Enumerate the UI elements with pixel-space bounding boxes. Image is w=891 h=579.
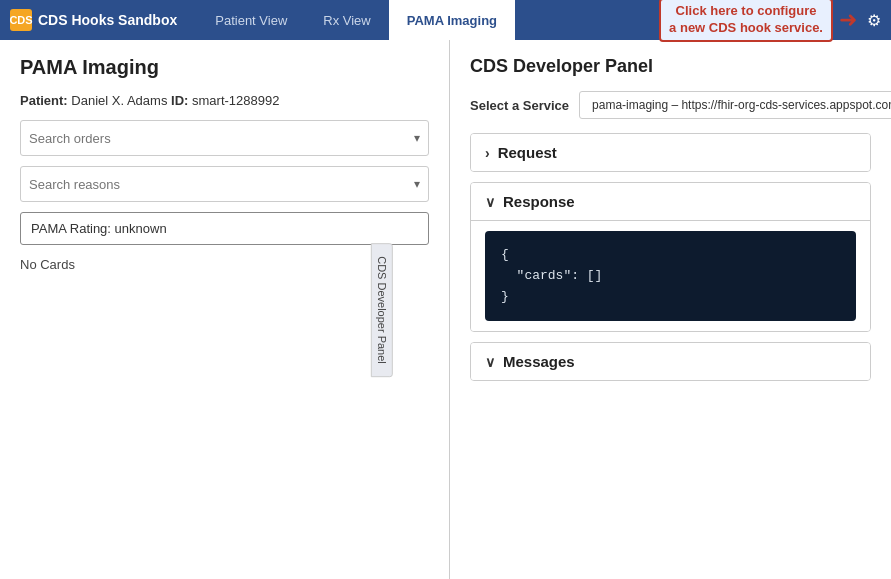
header-right: Click here to configure a new CDS hook s…	[659, 0, 881, 42]
brand-icon: CDS	[10, 9, 32, 31]
no-cards-label: No Cards	[20, 257, 429, 272]
search-reasons-box[interactable]: ▾	[20, 166, 429, 202]
tooltip-line2: a new CDS hook service.	[669, 20, 823, 37]
right-panel: CDS Developer Panel Select a Service pam…	[450, 40, 891, 579]
service-select-row: Select a Service pama-imaging – https://…	[470, 91, 871, 119]
response-title: Response	[503, 193, 575, 210]
messages-chevron: ∨	[485, 354, 495, 370]
id-label: ID:	[171, 93, 188, 108]
request-title: Request	[498, 144, 557, 161]
left-title: PAMA Imaging	[20, 56, 429, 79]
response-accordion-header[interactable]: ∨ Response	[471, 183, 870, 221]
response-accordion: ∨ Response { "cards": [] }	[470, 182, 871, 332]
brand-title: CDS Hooks Sandbox	[38, 12, 177, 28]
search-orders-dropdown-arrow[interactable]: ▾	[414, 131, 420, 145]
patient-id: smart-1288992	[192, 93, 279, 108]
search-reasons-dropdown-arrow[interactable]: ▾	[414, 177, 420, 191]
search-orders-input[interactable]	[29, 131, 414, 146]
cds-developer-panel-tab[interactable]: CDS Developer Panel	[371, 243, 393, 377]
request-accordion: › Request	[470, 133, 871, 172]
tab-patient-view[interactable]: Patient View	[197, 0, 305, 40]
tooltip-line1: Click here to configure	[669, 3, 823, 20]
service-label: Select a Service	[470, 98, 569, 113]
tab-rx-view[interactable]: Rx View	[305, 0, 388, 40]
messages-title: Messages	[503, 353, 575, 370]
search-orders-box[interactable]: ▾	[20, 120, 429, 156]
brand: CDS CDS Hooks Sandbox	[10, 9, 177, 31]
gear-icon[interactable]: ⚙	[867, 11, 881, 30]
tab-pama-imaging[interactable]: PAMA Imaging	[389, 0, 515, 40]
request-chevron: ›	[485, 145, 490, 161]
response-chevron: ∨	[485, 194, 495, 210]
request-accordion-header[interactable]: › Request	[471, 134, 870, 171]
configure-tooltip[interactable]: Click here to configure a new CDS hook s…	[659, 0, 833, 42]
nav-tabs: Patient View Rx View PAMA Imaging	[197, 0, 515, 40]
patient-info: Patient: Daniel X. Adams ID: smart-12889…	[20, 93, 429, 108]
main-layout: PAMA Imaging Patient: Daniel X. Adams ID…	[0, 40, 891, 579]
app-header: CDS CDS Hooks Sandbox Patient View Rx Vi…	[0, 0, 891, 40]
left-panel: PAMA Imaging Patient: Daniel X. Adams ID…	[0, 40, 450, 579]
patient-label: Patient:	[20, 93, 68, 108]
response-code-block: { "cards": [] }	[485, 231, 856, 321]
messages-accordion: ∨ Messages	[470, 342, 871, 381]
search-reasons-input[interactable]	[29, 177, 414, 192]
messages-accordion-header[interactable]: ∨ Messages	[471, 343, 870, 380]
response-accordion-body: { "cards": [] }	[471, 221, 870, 331]
pama-rating: PAMA Rating: unknown	[20, 212, 429, 245]
arrow-icon: ➜	[839, 7, 857, 33]
service-select[interactable]: pama-imaging – https://fhir-org-cds-serv…	[579, 91, 891, 119]
patient-name: Daniel X. Adams	[71, 93, 167, 108]
right-title: CDS Developer Panel	[470, 56, 871, 77]
